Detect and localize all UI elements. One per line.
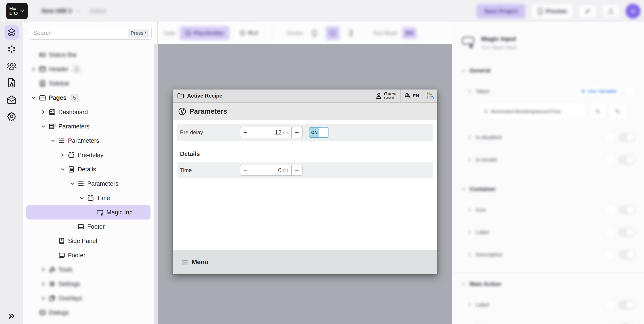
tree-item-pages[interactable]: Pages5 <box>26 91 150 105</box>
tree-item-pre-delay[interactable]: Pre-delay <box>26 148 150 162</box>
device-rotate-button[interactable] <box>344 26 358 40</box>
device-panel-button[interactable] <box>326 26 340 40</box>
bind-variable-button[interactable] <box>605 205 615 215</box>
plus-button[interactable]: + <box>291 127 302 138</box>
chevron-right-icon[interactable] <box>467 229 473 235</box>
tree-item-overlays[interactable]: Overlays <box>26 291 150 305</box>
project-chevron-icon[interactable] <box>76 9 80 13</box>
tree-item-parameters[interactable]: Parameters <box>26 177 150 191</box>
chevron-down-icon[interactable] <box>69 181 76 187</box>
chevron-right-icon[interactable] <box>40 281 47 287</box>
label-toggle[interactable] <box>618 300 635 309</box>
mail-rail-button[interactable] <box>4 92 19 107</box>
row-options-button[interactable] <box>625 86 635 96</box>
users-rail-button[interactable] <box>4 59 19 73</box>
variable-field[interactable]: Illuminated.MouldingVacuumTime <box>479 103 586 120</box>
chevron-down-icon[interactable] <box>78 195 85 201</box>
assets-rail-button[interactable] <box>4 76 19 90</box>
tree-item-dashboard[interactable]: Dashboard <box>26 105 150 119</box>
tree-item-status-bar[interactable]: Status Bar <box>26 48 150 62</box>
time-input[interactable]: 0 ms <box>251 165 292 176</box>
tree-item-parameters[interactable]: Parameters <box>26 134 150 148</box>
tree-item-footer[interactable]: Footer <box>26 248 150 262</box>
time-row: Time − 0 ms + <box>177 162 433 178</box>
section-header-container[interactable]: Container <box>461 186 644 192</box>
data-placeholder-button[interactable]: Placeholder <box>180 26 230 40</box>
avatar[interactable]: U <box>626 4 640 19</box>
app-logo-button[interactable]: H≡L'O <box>6 3 28 19</box>
icon-toggle[interactable] <box>618 322 635 324</box>
chevron-down-icon[interactable] <box>59 166 66 172</box>
chevron-right-icon[interactable] <box>467 207 473 213</box>
section-header-general[interactable]: General <box>461 67 644 74</box>
tree-item-footer[interactable]: Footer <box>26 219 150 234</box>
bind-variable-button[interactable] <box>605 300 615 310</box>
plus-button[interactable]: + <box>291 165 302 176</box>
tree-item-dialogs[interactable]: Dialogs <box>26 305 150 320</box>
chevron-right-icon[interactable] <box>40 109 47 115</box>
layers-rail-button[interactable] <box>4 25 19 40</box>
inspector-subtitle[interactable]: Turn 'Basic Input' <box>481 45 517 50</box>
settings-rail-button[interactable] <box>4 109 19 124</box>
chevron-down-icon[interactable] <box>30 95 37 101</box>
apps-rail-button[interactable] <box>4 42 19 56</box>
minus-button[interactable]: − <box>240 127 251 138</box>
is-invalid-toggle[interactable] <box>618 155 635 164</box>
chevron-down-icon <box>461 68 466 74</box>
share-icon-button[interactable] <box>602 5 620 18</box>
icon-toggle[interactable] <box>618 205 635 215</box>
chevron-right-icon[interactable] <box>467 252 473 257</box>
tree-item-parameters[interactable]: Parameters <box>26 119 150 134</box>
description-toggle[interactable] <box>618 250 635 259</box>
use-variable-button[interactable]: Use Variable <box>576 86 622 96</box>
chevron-right-icon[interactable] <box>40 267 47 272</box>
is-disabled-toggle[interactable] <box>618 133 635 142</box>
section-header-main-action[interactable]: Main Action <box>461 281 644 287</box>
data-plc-button[interactable]: PLC <box>234 26 264 40</box>
tree-scrollbar[interactable] <box>154 44 158 324</box>
chevron-right-icon[interactable] <box>467 134 473 140</box>
device-user-button[interactable]: Guest Guest <box>372 90 400 102</box>
bind-variable-button[interactable] <box>605 155 615 165</box>
expand-panel-icon[interactable] <box>8 312 16 320</box>
label-toggle[interactable] <box>618 228 635 237</box>
minus-button[interactable]: − <box>240 165 251 176</box>
bind-variable-button[interactable] <box>605 322 615 324</box>
tree-item-side-panel[interactable]: Side Panel <box>26 234 150 248</box>
device-language-button[interactable]: EN <box>400 90 422 102</box>
tree-item-header[interactable]: Header1 <box>26 62 150 76</box>
tree-item-time[interactable]: Time <box>26 191 150 205</box>
edit-format-button[interactable]: ✎ <box>610 103 626 120</box>
edit-icon-button[interactable] <box>579 5 596 18</box>
tree-item-label: Header <box>49 66 69 73</box>
tree-item-magic-inp-[interactable]: Magic Inp... <box>26 205 150 219</box>
tree-item-settings[interactable]: Settings <box>26 277 150 291</box>
edit-variable-button[interactable]: ✎ <box>590 103 606 120</box>
tree-item-details[interactable]: Details <box>26 162 150 177</box>
search-box[interactable]: Press / <box>29 27 152 40</box>
chevron-right-icon[interactable] <box>40 295 47 301</box>
bind-variable-button[interactable] <box>605 227 615 237</box>
design-canvas[interactable]: Active Recipe Guest Guest EN <box>158 44 452 324</box>
bind-variable-button[interactable] <box>605 132 615 142</box>
device-phone-button[interactable] <box>308 26 321 40</box>
chevron-right-icon[interactable] <box>467 88 473 94</box>
chevron-right-icon[interactable] <box>467 302 473 308</box>
device-menu-bar[interactable]: Menu <box>173 250 438 274</box>
tree-item-sidebar[interactable]: Sidebar <box>26 76 150 91</box>
save-project-button[interactable]: Save Project <box>476 4 525 18</box>
chevron-right-icon[interactable] <box>59 152 66 158</box>
tree-item-tools[interactable]: Tools <box>26 262 150 277</box>
preview-button[interactable]: Preview <box>532 4 573 18</box>
chevron-right-icon[interactable] <box>467 157 473 163</box>
chevron-down-icon[interactable] <box>50 138 56 144</box>
chevron-right-icon[interactable] <box>30 66 37 72</box>
bind-variable-button[interactable] <box>605 250 615 259</box>
project-name[interactable]: New HMI 3 <box>42 8 72 15</box>
text-mode-language-button[interactable]: EN <box>402 27 416 39</box>
pre-delay-input[interactable]: 12 ms <box>251 127 292 138</box>
device-preview[interactable]: Active Recipe Guest Guest EN <box>173 90 438 274</box>
chevron-down-icon[interactable] <box>40 124 47 129</box>
search-input[interactable] <box>33 30 128 37</box>
pre-delay-toggle[interactable]: ON <box>309 127 328 138</box>
